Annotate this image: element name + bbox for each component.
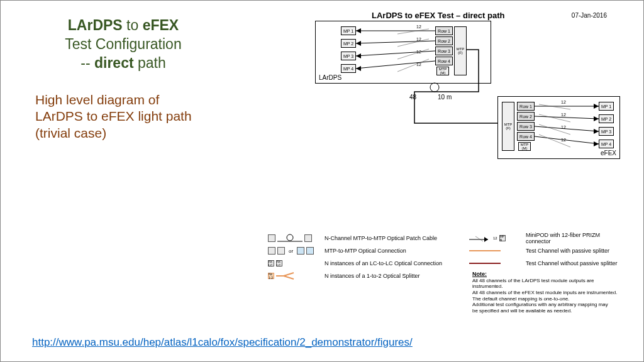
note-line5: be specified and will be available as ne… <box>472 308 572 314</box>
efex-mtp-f: MTP (F) <box>502 102 514 151</box>
svg-marker-31 <box>484 237 488 242</box>
legend-or: or <box>289 248 293 254</box>
svg-line-9 <box>397 39 429 47</box>
svg-line-2 <box>356 41 435 43</box>
svg-line-29 <box>284 276 294 279</box>
note-line4: Additional test configurations with any … <box>472 302 608 307</box>
fiber-12-3: 12 <box>416 50 421 54</box>
efex-f12-3: 12 <box>561 125 566 129</box>
legend-splitter: N instances of a 1-to-2 Optical Splitter <box>325 273 457 279</box>
svg-marker-1 <box>356 28 361 33</box>
svg-line-6 <box>356 61 435 69</box>
svg-line-8 <box>397 29 429 34</box>
legend-mpn: MP N <box>499 235 506 241</box>
efex-mp3: MP 3 <box>599 127 614 136</box>
efex-mp1: MP 1 <box>599 102 614 111</box>
svg-point-12 <box>430 83 439 92</box>
efex-f12-2: 12 <box>561 112 566 117</box>
title-efex: eFEX <box>143 17 179 33</box>
title-lardps: LArDPS <box>68 17 123 33</box>
diagram-date: 07-Jan-2016 <box>572 12 607 19</box>
svg-marker-5 <box>356 53 361 58</box>
svg-marker-7 <box>356 66 361 71</box>
footer-link[interactable]: http://www.pa.msu.edu/hep/atlas/l1calo/f… <box>32 336 413 349</box>
svg-marker-16 <box>594 116 599 121</box>
lardps-label: LArDPS <box>319 74 341 81</box>
legend-patch-cable: N-Channel MTP-to-MTP Optical Patch Cable <box>325 235 457 241</box>
svg-marker-20 <box>594 141 599 146</box>
note-block: Note: All 48 channels of the LArDPS test… <box>472 271 623 314</box>
lardps-mp1: MP 1 <box>341 26 356 35</box>
legend-minipod: MiniPOD with 12-fiber PRIZM connector <box>526 232 620 244</box>
title-path: path <box>134 55 166 71</box>
lardps-mtp-m: MTP (M) <box>436 67 449 75</box>
diagram-title: LArDPS to eFEX Test – direct path <box>372 11 504 20</box>
note-line3: The default channel mapping is one-to-on… <box>472 296 569 302</box>
efex-row3: Row 3 <box>517 122 535 131</box>
lardps-mp4: MP 4 <box>341 64 356 73</box>
efex-mp4: MP 4 <box>599 140 614 148</box>
svg-point-26 <box>287 234 293 241</box>
svg-line-32 <box>475 236 483 241</box>
note-line1: All 48 channels of the LArDPS test modul… <box>472 278 594 290</box>
cable-count: 48 <box>409 94 416 101</box>
legend-nopassive: Test Channel without passive splitter <box>526 260 620 266</box>
lardps-box: LArDPS MP 1 MP 2 MP 3 MP 4 12 12 12 12 R… <box>315 21 491 84</box>
cable-length: 10 m <box>438 94 452 101</box>
title-direct: direct <box>94 55 134 71</box>
lardps-row4: Row 4 <box>435 57 453 65</box>
svg-line-28 <box>284 273 294 276</box>
fiber-12-4: 12 <box>416 62 421 67</box>
efex-f12-1: 12 <box>561 100 566 104</box>
title-line2: Test Configuration <box>35 35 211 54</box>
note-line2: All 48 channels of the eFEX test module … <box>472 290 617 295</box>
legend-lc-conn: N instances of an LC-to-LC Optical Conne… <box>325 260 457 266</box>
svg-line-4 <box>356 51 435 56</box>
svg-marker-18 <box>594 129 599 134</box>
description-text: High level diagram of LArDPS to eFEX lig… <box>35 92 199 141</box>
lardps-mp3: MP 3 <box>341 52 356 60</box>
svg-line-21 <box>539 104 570 109</box>
lardps-mp2: MP 2 <box>341 39 356 48</box>
lardps-row1: Row 1 <box>435 26 453 35</box>
svg-marker-3 <box>356 41 361 46</box>
svg-line-10 <box>397 49 429 59</box>
efex-row1: Row 1 <box>517 102 535 111</box>
efex-f12-4: 12 <box>561 138 566 142</box>
fiber-12-2: 12 <box>416 37 421 41</box>
legend-nxlc-icon: Nx LC <box>268 260 274 266</box>
legend-nxlc-icon2: Nx LC <box>276 260 282 266</box>
lardps-row3: Row 3 <box>435 47 453 55</box>
legend-12: 12 <box>493 236 497 240</box>
svg-line-19 <box>535 136 599 144</box>
title-to: to <box>123 17 143 33</box>
efex-box: eFEX MTP (F) Row 1 Row 2 Row 3 Row 4 MTP… <box>497 96 620 159</box>
legend-splitter-icon: Nx 1:2 <box>268 273 274 279</box>
note-heading: Note: <box>472 271 487 277</box>
slide-title: LArDPS to eFEX Test Configuration -- dir… <box>35 16 211 73</box>
svg-line-11 <box>397 59 429 72</box>
legend-mtp-conn: MTP-to-MTP Optical Connection <box>325 248 457 254</box>
efex-label: eFEX <box>601 150 616 156</box>
efex-row4: Row 4 <box>517 132 535 141</box>
lardps-mtp-f: MTP (F) <box>454 26 467 75</box>
fiber-12-1: 12 <box>416 25 421 29</box>
efex-row2: Row 2 <box>517 112 535 121</box>
svg-marker-14 <box>594 104 599 109</box>
efex-mp2: MP 2 <box>599 114 614 123</box>
slide-container: LArDPS to eFEX Test Configuration -- dir… <box>0 0 644 362</box>
title-dash: -- <box>80 55 94 71</box>
legend-passive: Test Channel with passive splitter <box>526 248 620 254</box>
efex-mtp-m: MTP (M) <box>518 142 531 151</box>
lardps-row2: Row 2 <box>435 36 453 45</box>
svg-line-15 <box>535 116 599 119</box>
svg-line-17 <box>535 126 599 131</box>
